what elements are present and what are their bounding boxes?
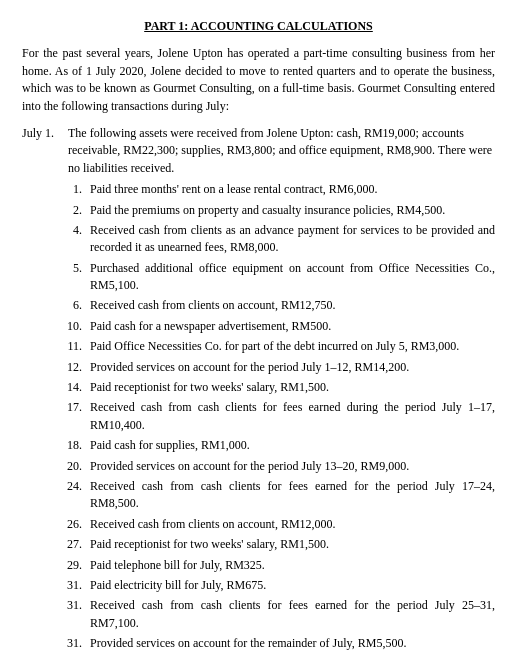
item-text: Provided services on account for the per… bbox=[90, 359, 495, 376]
item-number: 20. bbox=[60, 458, 82, 475]
numbered-item: 18.Paid cash for supplies, RM1,000. bbox=[60, 437, 495, 454]
item-text: Received cash from cash clients for fees… bbox=[90, 597, 495, 632]
item-number: 27. bbox=[60, 536, 82, 553]
item-number: 31. bbox=[60, 597, 82, 632]
item-text: Paid telephone bill for July, RM325. bbox=[90, 557, 495, 574]
numbered-item: 20.Provided services on account for the … bbox=[60, 458, 495, 475]
item-text: Provided services on account for the per… bbox=[90, 458, 495, 475]
numbered-item: 11.Paid Office Necessities Co. for part … bbox=[60, 338, 495, 355]
item-text: Received cash from clients as an advance… bbox=[90, 222, 495, 257]
numbered-item: 4.Received cash from clients as an advan… bbox=[60, 222, 495, 257]
numbered-item: 1.Paid three months' rent on a lease ren… bbox=[60, 181, 495, 198]
item-text: Paid receptionist for two weeks' salary,… bbox=[90, 379, 495, 396]
numbered-list: 1.Paid three months' rent on a lease ren… bbox=[60, 181, 495, 652]
numbered-item: 6.Received cash from clients on account,… bbox=[60, 297, 495, 314]
item-text: Paid electricity bill for July, RM675. bbox=[90, 577, 495, 594]
item-number: 31. bbox=[60, 635, 82, 652]
item-number: 12. bbox=[60, 359, 82, 376]
numbered-item: 31.Provided services on account for the … bbox=[60, 635, 495, 652]
item-text: Paid Office Necessities Co. for part of … bbox=[90, 338, 495, 355]
july-label: July 1. bbox=[22, 125, 60, 177]
item-text: Paid the premiums on property and casual… bbox=[90, 202, 495, 219]
numbered-item: 14.Paid receptionist for two weeks' sala… bbox=[60, 379, 495, 396]
item-number: 24. bbox=[60, 478, 82, 513]
numbered-item: 5.Purchased additional office equipment … bbox=[60, 260, 495, 295]
item-text: Received cash from cash clients for fees… bbox=[90, 478, 495, 513]
item-number: 31. bbox=[60, 577, 82, 594]
item-number: 14. bbox=[60, 379, 82, 396]
item-number: 11. bbox=[60, 338, 82, 355]
numbered-item: 31.Paid electricity bill for July, RM675… bbox=[60, 577, 495, 594]
item-number: 10. bbox=[60, 318, 82, 335]
item-number: 1. bbox=[60, 181, 82, 198]
item-number: 26. bbox=[60, 516, 82, 533]
numbered-item: 17.Received cash from cash clients for f… bbox=[60, 399, 495, 434]
transactions-section: July 1. The following assets were receiv… bbox=[22, 125, 495, 652]
item-text: Paid receptionist for two weeks' salary,… bbox=[90, 536, 495, 553]
item-text: Paid cash for supplies, RM1,000. bbox=[90, 437, 495, 454]
item-text: Received cash from clients on account, R… bbox=[90, 516, 495, 533]
item-text: Purchased additional office equipment on… bbox=[90, 260, 495, 295]
item-text: Received cash from clients on account, R… bbox=[90, 297, 495, 314]
july1-text: The following assets were received from … bbox=[68, 125, 495, 177]
numbered-item: 12.Provided services on account for the … bbox=[60, 359, 495, 376]
intro-paragraph: For the past several years, Jolene Upton… bbox=[22, 45, 495, 115]
numbered-item: 24.Received cash from cash clients for f… bbox=[60, 478, 495, 513]
numbered-item: 2.Paid the premiums on property and casu… bbox=[60, 202, 495, 219]
item-number: 5. bbox=[60, 260, 82, 295]
numbered-item: 10.Paid cash for a newspaper advertiseme… bbox=[60, 318, 495, 335]
item-text: Paid three months' rent on a lease renta… bbox=[90, 181, 495, 198]
item-number: 6. bbox=[60, 297, 82, 314]
numbered-item: 31.Received cash from cash clients for f… bbox=[60, 597, 495, 632]
numbered-item: 27.Paid receptionist for two weeks' sala… bbox=[60, 536, 495, 553]
item-text: Provided services on account for the rem… bbox=[90, 635, 495, 652]
item-text: Paid cash for a newspaper advertisement,… bbox=[90, 318, 495, 335]
numbered-item: 26.Received cash from clients on account… bbox=[60, 516, 495, 533]
item-number: 4. bbox=[60, 222, 82, 257]
item-number: 17. bbox=[60, 399, 82, 434]
item-number: 2. bbox=[60, 202, 82, 219]
page-title: PART 1: ACCOUNTING CALCULATIONS bbox=[22, 18, 495, 35]
item-number: 29. bbox=[60, 557, 82, 574]
item-text: Received cash from cash clients for fees… bbox=[90, 399, 495, 434]
numbered-item: 29.Paid telephone bill for July, RM325. bbox=[60, 557, 495, 574]
item-number: 18. bbox=[60, 437, 82, 454]
